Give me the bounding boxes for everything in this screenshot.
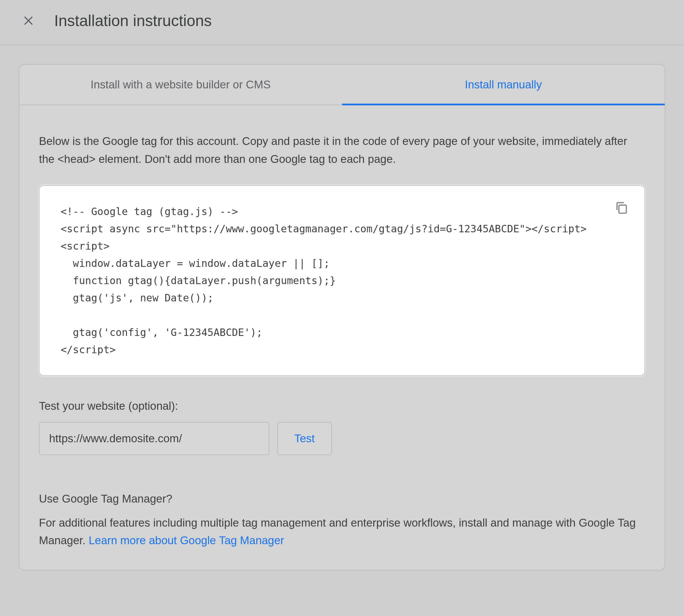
dialog-header: Installation instructions <box>0 0 684 45</box>
page-title: Installation instructions <box>54 12 212 30</box>
svg-rect-2 <box>619 205 626 213</box>
gtm-learn-more-link[interactable]: Learn more about Google Tag Manager <box>89 534 284 547</box>
tab-install-manually[interactable]: Install manually <box>342 65 665 105</box>
tab-content: Below is the Google tag for this account… <box>19 105 665 570</box>
tab-label: Install with a website builder or CMS <box>91 78 271 91</box>
tab-label: Install manually <box>465 78 542 91</box>
website-url-input[interactable] <box>39 422 269 455</box>
tab-website-builder[interactable]: Install with a website builder or CMS <box>19 65 342 105</box>
tabs-row: Install with a website builder or CMS In… <box>19 65 665 105</box>
test-row: Test <box>39 422 645 455</box>
code-block: <!-- Google tag (gtag.js) --> <script as… <box>39 185 645 376</box>
copy-icon[interactable] <box>613 199 630 216</box>
install-description: Below is the Google tag for this account… <box>39 132 645 168</box>
close-icon[interactable] <box>20 13 37 29</box>
instructions-card: Install with a website builder or CMS In… <box>19 64 665 571</box>
gtm-heading: Use Google Tag Manager? <box>39 492 645 505</box>
test-button[interactable]: Test <box>277 422 332 455</box>
test-section-label: Test your website (optional): <box>39 400 645 412</box>
gtm-text: For additional features including multip… <box>39 514 645 550</box>
code-snippet[interactable]: <!-- Google tag (gtag.js) --> <script as… <box>61 203 623 358</box>
